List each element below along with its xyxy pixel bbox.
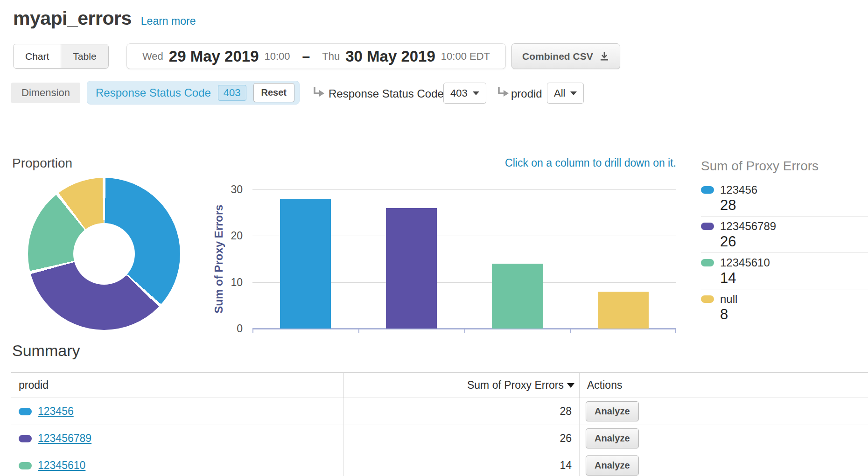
analyze-button[interactable]: Analyze — [586, 455, 639, 476]
legend-color-swatch — [701, 186, 714, 194]
bar-123456789[interactable] — [386, 208, 437, 329]
x-axis-tick — [675, 329, 676, 333]
summary-title: Summary — [12, 342, 80, 360]
gridline — [252, 189, 676, 190]
legend-color-swatch — [701, 223, 714, 230]
x-axis-tick — [252, 329, 253, 333]
status-code-dropdown-value: 403 — [450, 87, 468, 99]
chevron-down-icon — [473, 91, 479, 95]
page-header: myapi_errors Learn more — [13, 7, 196, 29]
end-date: 30 May 2019 — [345, 48, 435, 65]
prodid-link[interactable]: 12345610 — [38, 459, 85, 472]
x-axis-tick — [464, 329, 465, 333]
legend-title: Sum of Proxy Errors — [701, 159, 868, 174]
series-color-swatch — [19, 462, 32, 469]
prodid-link[interactable]: 123456 — [38, 405, 74, 418]
filter-name: Response Status Code — [96, 86, 211, 99]
legend-color-swatch — [701, 295, 714, 303]
bar-plot: 0102030 — [252, 189, 676, 329]
value-cell: 28 — [343, 398, 579, 425]
y-tick-label: 30 — [201, 183, 243, 196]
bar-123456[interactable] — [280, 199, 331, 329]
prodid-cell: 12345610 — [11, 452, 343, 476]
download-icon — [599, 51, 609, 62]
column-header-prodid: prodid — [11, 373, 343, 398]
summary-table: prodid Sum of Proxy Errors Actions 12345… — [11, 372, 868, 476]
table-row: 123456 28 Analyze — [11, 398, 868, 425]
x-axis-tick — [358, 329, 359, 333]
filter-value-badge: 403 — [218, 85, 246, 101]
legend-entry: null 8 — [701, 289, 868, 325]
legend-entries: 123456 28 123456789 26 12345610 14 null … — [701, 180, 868, 325]
start-date: 29 May 2019 — [169, 48, 259, 65]
tab-table[interactable]: Table — [61, 44, 108, 68]
actions-cell: Analyze — [579, 398, 868, 425]
learn-more-link[interactable]: Learn more — [141, 15, 196, 28]
proportion-donut — [28, 178, 180, 330]
table-row: 12345610 14 Analyze — [11, 452, 868, 476]
column-header-actions: Actions — [579, 373, 868, 398]
legend-entry: 123456789 26 — [701, 217, 868, 253]
tab-chart[interactable]: Chart — [14, 44, 61, 68]
view-toggle: Chart Table — [13, 44, 109, 69]
proportion-chart-title: Proportion — [12, 156, 72, 171]
active-filter-chip: Response Status Code 403 Reset — [87, 81, 300, 105]
reset-filter-button[interactable]: Reset — [253, 83, 294, 102]
value-cell: 14 — [343, 452, 579, 476]
y-tick-label: 10 — [201, 276, 243, 289]
report-page: myapi_errors Learn more Chart Table Wed … — [0, 0, 868, 476]
prodid-dropdown-value: All — [554, 87, 565, 99]
legend-value: 28 — [720, 197, 868, 213]
prodid-cell: 123456789 — [11, 425, 343, 452]
legend-entry: 123456 28 — [701, 180, 868, 217]
legend-label: 123456789 — [720, 220, 776, 232]
chevron-down-icon — [570, 91, 577, 95]
drilldown-arrow-icon — [496, 86, 510, 99]
legend-value: 14 — [720, 270, 868, 286]
prodid-cell: 123456 — [11, 398, 343, 425]
date-range-picker[interactable]: Wed 29 May 2019 10:00 – Thu 30 May 2019 … — [126, 43, 506, 69]
drilldown-hint: Click on a column to drill down on it. — [505, 157, 676, 169]
prodid-link[interactable]: 123456789 — [38, 432, 91, 445]
start-day: Wed — [142, 50, 163, 63]
series-color-swatch — [19, 435, 32, 442]
sort-desc-icon — [567, 383, 574, 388]
prodid-dropdown[interactable]: All — [547, 83, 584, 104]
series-color-swatch — [19, 408, 32, 415]
table-body: 123456 28 Analyze 123456789 26 Analyze 1… — [11, 398, 868, 476]
start-time: 10:00 — [265, 50, 290, 63]
legend-label: null — [720, 293, 737, 305]
end-day: Thu — [322, 50, 340, 63]
combined-csv-button[interactable]: Combined CSV — [511, 43, 620, 69]
analyze-button[interactable]: Analyze — [586, 401, 639, 421]
bar-12345610[interactable] — [492, 264, 543, 329]
legend-label: 12345610 — [720, 256, 770, 269]
drilldown-name-prodid: prodid — [511, 85, 542, 102]
drilldown-name-status-code: Response Status Code — [329, 85, 444, 102]
analyze-button[interactable]: Analyze — [586, 428, 639, 448]
legend-value: 8 — [720, 307, 868, 322]
legend-color-swatch — [701, 259, 714, 266]
x-axis-tick — [570, 329, 571, 333]
table-row: 123456789 26 Analyze — [11, 425, 868, 452]
column-header-sum[interactable]: Sum of Proxy Errors — [343, 373, 579, 398]
bar-null[interactable] — [598, 292, 649, 329]
legend-entry: 12345610 14 — [701, 253, 868, 289]
y-tick-label: 20 — [201, 229, 243, 242]
actions-cell: Analyze — [579, 452, 868, 476]
legend-value: 26 — [720, 234, 868, 249]
status-code-dropdown[interactable]: 403 — [443, 83, 486, 104]
column-header-sum-label: Sum of Proxy Errors — [467, 379, 564, 392]
drilldown-arrow-icon — [312, 86, 326, 99]
actions-cell: Analyze — [579, 425, 868, 452]
chart-legend: Sum of Proxy Errors 123456 28 123456789 … — [701, 159, 868, 325]
legend-label: 123456 — [720, 183, 757, 196]
date-range-separator: – — [302, 49, 310, 64]
csv-button-label: Combined CSV — [522, 51, 593, 62]
table-header: prodid Sum of Proxy Errors Actions — [11, 372, 868, 398]
page-title: myapi_errors — [13, 7, 132, 29]
dimension-label: Dimension — [11, 83, 80, 103]
end-time: 10:00 EDT — [441, 50, 490, 63]
value-cell: 26 — [343, 425, 579, 452]
y-axis-label: Sum of Proxy Errors — [212, 204, 225, 313]
